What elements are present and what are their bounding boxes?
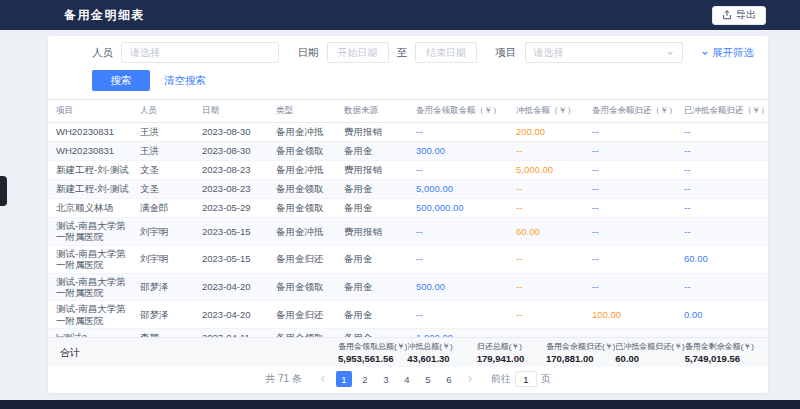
goto-label: 前往 — [491, 372, 511, 386]
table-cell: -- — [508, 251, 584, 266]
column-header: 备用金领取金额（￥） — [408, 100, 508, 122]
expand-filters-link[interactable]: 展开筛选 — [701, 46, 754, 60]
table-row: 测试-南昌大学第一附属医院邵梦泽2023-04-20备用金领取备用金500.00… — [48, 274, 768, 302]
column-header: 日期 — [194, 100, 268, 122]
table-cell: -- — [584, 143, 676, 158]
table-cell: 新建工程-刘-测试 — [48, 162, 132, 177]
table-cell: 刘宇明 — [132, 251, 194, 266]
date-end-input[interactable] — [415, 42, 477, 63]
summary-item: 已冲抵金额归还(￥)60.00 — [615, 341, 684, 364]
table-cell: 测试-南昌大学第一附属医院 — [48, 218, 132, 245]
page-button[interactable]: 6 — [441, 371, 457, 387]
table-cell: -- — [584, 181, 676, 196]
table-cell: -- — [584, 251, 676, 266]
table-cell: 备用金冲抵 — [268, 124, 336, 139]
table-cell: 300.00 — [408, 143, 508, 158]
page-button[interactable]: 5 — [420, 371, 436, 387]
summary-items: 备用金领取总额(￥)5,953,561.56冲抵总额(￥)43,601.30归还… — [338, 341, 754, 364]
clear-search-link[interactable]: 清空搜索 — [164, 74, 206, 88]
table-row: WH20230831王洪2023-08-30备用金冲抵费用报销--200.00-… — [48, 123, 768, 142]
summary-item-label: 归还总额(￥) — [477, 341, 546, 352]
export-icon — [722, 10, 732, 20]
export-button[interactable]: 导出 — [712, 6, 766, 25]
table-cell: 备用金归还 — [268, 251, 336, 266]
summary-item-label: 备用金剩余金额(￥) — [685, 341, 754, 352]
prev-page-button[interactable] — [315, 371, 331, 387]
date-start-input[interactable] — [327, 42, 389, 63]
page-button[interactable]: 1 — [336, 371, 352, 387]
goto-page-input[interactable] — [515, 371, 537, 387]
table-cell: -- — [676, 200, 768, 215]
column-header: 冲抵金额（￥） — [508, 100, 584, 122]
project-label: 项目 — [496, 46, 517, 60]
person-select[interactable] — [121, 42, 279, 63]
project-filter: 项目 请选择 — [496, 42, 683, 63]
table-cell: 备用金 — [336, 279, 408, 294]
table-cell: 500,000.00 — [408, 200, 508, 215]
person-label: 人员 — [92, 46, 113, 60]
table-cell: 王洪 — [132, 143, 194, 158]
summary-item-value: 5,953,561.56 — [338, 353, 407, 364]
column-header: 备用金余额归还（￥） — [584, 100, 676, 122]
table-cell: -- — [584, 330, 676, 337]
table-cell: 2023-08-30 — [194, 143, 268, 158]
table-cell: 2023-05-15 — [194, 224, 268, 239]
bottom-bar — [0, 400, 800, 409]
table-cell: -- — [676, 124, 768, 139]
table-cell: 测试-南昌大学第一附属医院 — [48, 301, 132, 328]
next-page-button[interactable] — [462, 371, 478, 387]
table-cell: -- — [676, 279, 768, 294]
table-cell: 备用金领取 — [268, 143, 336, 158]
table-cell: 备用金领取 — [268, 200, 336, 215]
date-label: 日期 — [298, 46, 319, 60]
summary-row: 合计 备用金领取总额(￥)5,953,561.56冲抵总额(￥)43,601.3… — [48, 337, 768, 367]
table-cell: 2023-08-23 — [194, 181, 268, 196]
date-filter: 日期 至 — [298, 42, 478, 63]
table-cell: -- — [508, 307, 584, 322]
table-cell: -- — [408, 251, 508, 266]
table-cell: 0.00 — [676, 307, 768, 322]
page-button[interactable]: 3 — [378, 371, 394, 387]
column-header: 类型 — [268, 100, 336, 122]
summary-item: 备用金剩余金额(￥)5,749,019.56 — [685, 341, 754, 364]
summary-item: 备用金余额归还(￥)170,881.00 — [546, 341, 615, 364]
table-cell: 满金郎 — [132, 200, 194, 215]
table-cell: -- — [676, 162, 768, 177]
table-cell: -- — [584, 124, 676, 139]
table-cell: WH20230831 — [48, 124, 132, 139]
search-button[interactable]: 搜索 — [92, 70, 150, 91]
sidebar-toggle[interactable] — [0, 176, 7, 206]
table-cell: 2023-05-15 — [194, 251, 268, 266]
table-row: 北京顺义林场满金郎2023-05-29备用金领取备用金500,000.00---… — [48, 199, 768, 218]
table-cell: 备用金 — [336, 251, 408, 266]
summary-item-value: 43,601.30 — [407, 353, 476, 364]
table-cell: 备用金领取 — [268, 181, 336, 196]
summary-item-value: 179,941.00 — [477, 353, 546, 364]
table-cell: -- — [408, 224, 508, 239]
goto-page: 前往 页 — [491, 371, 551, 387]
summary-item-value: 170,881.00 — [546, 353, 615, 364]
table-cell: 备用金 — [336, 200, 408, 215]
total-count: 共 71 条 — [265, 372, 302, 386]
project-select[interactable]: 请选择 — [525, 42, 683, 63]
table-cell: -- — [508, 143, 584, 158]
content-card: 人员 日期 至 项目 请选择 展开筛选 搜索 清空搜索 — [48, 36, 768, 393]
person-filter: 人员 — [92, 42, 279, 63]
table-row: 测试-南昌大学第一附属医院刘宇明2023-05-15备用金归还备用金------… — [48, 246, 768, 274]
filter-bar: 人员 日期 至 项目 请选择 展开筛选 — [48, 36, 768, 63]
column-header: 数据来源 — [336, 100, 408, 122]
page-button[interactable]: 2 — [357, 371, 373, 387]
table-cell: 备用金领取 — [268, 330, 336, 337]
table-cell: 2023-08-30 — [194, 124, 268, 139]
summary-item: 归还总额(￥)179,941.00 — [477, 341, 546, 364]
table-cell: -- — [584, 200, 676, 215]
table-cell: 测试-南昌大学第一附属医院 — [48, 246, 132, 273]
table-cell: -- — [508, 279, 584, 294]
table-cell: 2023-05-29 — [194, 200, 268, 215]
table-cell: -- — [676, 181, 768, 196]
table-cell: -- — [676, 224, 768, 239]
table-row: 新建工程-刘-测试文圣2023-08-23备用金冲抵费用报销--5,000.00… — [48, 161, 768, 180]
page-button[interactable]: 4 — [399, 371, 415, 387]
export-button-label: 导出 — [736, 8, 756, 22]
table-cell: -- — [508, 200, 584, 215]
